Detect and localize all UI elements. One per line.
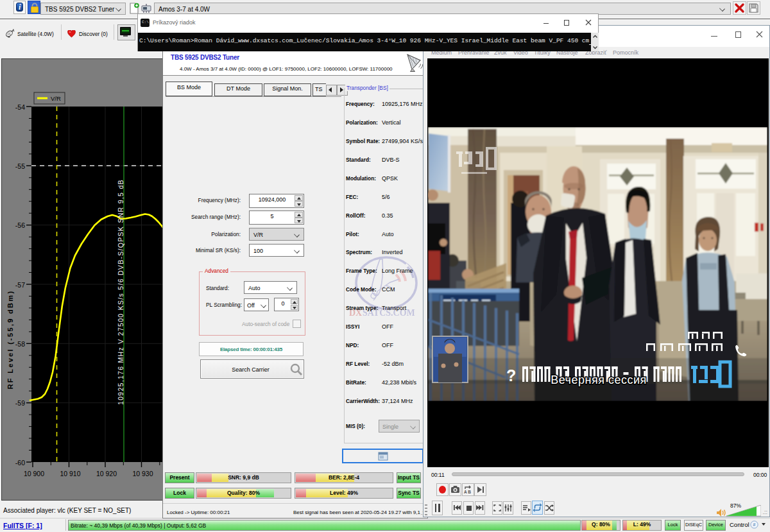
svg-text:-60: -60 [15,459,25,467]
svg-text:Вечерняя сессия: Вечерняя сессия [551,373,647,386]
svg-text:V/R: V/R [51,95,61,102]
svg-text:-59: -59 [15,399,25,407]
svg-text:A B: A B [464,490,471,494]
svg-text:?: ? [506,366,516,384]
svg-text:-54: -54 [15,103,25,111]
svg-text:-57: -57 [15,281,25,289]
svg-text:-58: -58 [15,340,25,348]
svg-text:10925,176 MHz V 27500 KS/s 5/6: 10925,176 MHz V 27500 KS/s 5/6 DVB-S/QPS… [117,179,124,405]
svg-text:#: # [753,522,756,527]
svg-text:RF Level (-55,9 dBm): RF Level (-55,9 dBm) [6,290,14,390]
svg-text:10 900: 10 900 [24,470,44,477]
svg-text:10 930: 10 930 [132,470,153,477]
svg-text:10 920: 10 920 [96,470,117,477]
svg-text:10 910: 10 910 [60,470,80,477]
svg-text:-55: -55 [15,162,25,170]
svg-text:-56: -56 [15,221,25,229]
